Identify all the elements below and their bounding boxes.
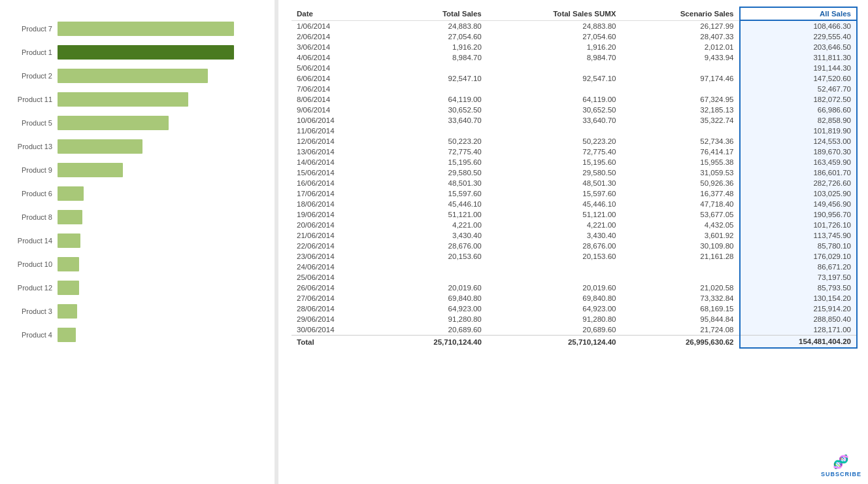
bar-row: Product 7 [10,18,268,39]
table-cell: 85,780.10 [740,241,857,251]
table-cell: 47,718.40 [621,199,739,209]
table-cell: 8,984.70 [380,52,487,63]
table-cell: 30/06/2014 [292,324,380,336]
table-cell: 21,161.28 [621,251,739,262]
footer-cell: 154,481,404.20 [740,336,857,349]
col-header-total-sales-sumx: Total Sales SUMX [487,7,622,20]
bar-label: Product 6 [10,190,58,198]
table-cell: 2/06/2014 [292,31,380,42]
table-cell: 18/06/2014 [292,199,380,209]
table-cell: 15,597.60 [487,188,622,199]
table-cell: 176,029.10 [740,251,857,262]
table-row: 1/06/201424,883.8024,883.8026,127.99108,… [292,20,857,31]
table-cell: 11/06/2014 [292,126,380,136]
bar-fill [58,69,208,83]
table-cell: 30,652.50 [380,105,487,115]
bar-fill [58,139,142,154]
bar-row: Product 5 [10,112,268,133]
bar-container [58,69,268,83]
table-cell: 53,677.05 [621,209,739,220]
table-cell: 4,221.00 [487,220,622,230]
table-cell: 9/06/2014 [292,105,380,115]
bar-container [58,139,268,154]
table-cell: 66,986.60 [740,105,857,115]
table-cell: 191,144.30 [740,63,857,73]
table-cell: 10/06/2014 [292,115,380,126]
table-cell: 163,459.90 [740,157,857,167]
table-cell: 85,793.50 [740,283,857,293]
bar-container [58,281,268,295]
table-row: 16/06/201448,501.3048,501.3050,926.36282… [292,178,857,188]
table-cell: 23/06/2014 [292,251,380,262]
table-row: 6/06/201492,547.1092,547.1097,174.46147,… [292,73,857,84]
bar-row: Product 11 [10,89,268,110]
bar-row: Product 8 [10,207,268,228]
bar-label: Product 5 [10,119,58,127]
table-cell: 7/06/2014 [292,84,380,94]
table-cell: 20,019.60 [380,283,487,293]
table-cell [380,126,487,136]
table-cell [621,272,739,283]
footer-cell: 25,710,124.40 [487,336,622,349]
table-cell: 64,119.00 [380,94,487,105]
bar-fill [58,92,188,107]
table-row: 29/06/201491,280.8091,280.8095,844.84288… [292,314,857,324]
table-cell: 91,280.80 [380,314,487,324]
table-cell [487,262,622,272]
table-cell: 1,916.20 [487,42,622,52]
table-cell [621,63,739,73]
table-cell: 215,914.20 [740,303,857,314]
bar-chart: Product 7Product 1Product 2Product 11Pro… [10,18,268,345]
table-panel: DateTotal SalesTotal Sales SUMXScenario … [278,0,868,484]
table-row: 2/06/201427,054.6027,054.6028,407.33229,… [292,31,857,42]
table-cell: 33,640.70 [380,115,487,126]
table-cell [621,84,739,94]
table-cell: 69,840.80 [487,293,622,303]
table-cell: 101,819.90 [740,126,857,136]
bar-label: Product 12 [10,284,58,292]
bar-fill [58,163,123,177]
table-row: 9/06/201430,652.5030,652.5032,185.1366,9… [292,105,857,115]
table-cell: 147,520.60 [740,73,857,84]
table-cell: 24/06/2014 [292,262,380,272]
table-cell [380,84,487,94]
bar-fill [58,233,80,248]
table-cell [621,262,739,272]
bar-fill [58,328,76,342]
table-cell: 20/06/2014 [292,220,380,230]
bar-row: Product 1 [10,42,268,63]
table-cell: 64,923.00 [487,303,622,314]
table-row: 26/06/201420,019.6020,019.6021,020.5885,… [292,283,857,293]
table-cell: 68,169.15 [621,303,739,314]
table-row: 5/06/2014191,144.30 [292,63,857,73]
table-cell: 35,322.74 [621,115,739,126]
table-cell: 92,547.10 [380,73,487,84]
bar-container [58,45,268,60]
table-cell: 45,446.10 [380,199,487,209]
table-cell: 182,072.50 [740,94,857,105]
bar-chart-panel: Product 7Product 1Product 2Product 11Pro… [0,0,275,484]
table-row: 17/06/201415,597.6015,597.6016,377.48103… [292,188,857,199]
bar-container [58,116,268,130]
footer-cell: 26,995,630.62 [621,336,739,349]
table-cell: 27,054.60 [487,31,622,42]
table-cell: 50,223.20 [487,136,622,147]
bar-fill [58,186,84,201]
bar-label: Product 7 [10,25,58,33]
table-cell: 103,025.90 [740,188,857,199]
table-cell: 282,726.60 [740,178,857,188]
table-cell: 21,020.58 [621,283,739,293]
bar-fill [58,22,234,36]
bar-container [58,233,268,248]
table-cell: 8/06/2014 [292,94,380,105]
table-cell: 76,414.17 [621,147,739,157]
table-cell: 311,811.30 [740,52,857,63]
table-cell: 51,121.00 [380,209,487,220]
table-cell: 67,324.95 [621,94,739,105]
table-cell: 73,332.84 [621,293,739,303]
table-cell [380,262,487,272]
table-cell: 19/06/2014 [292,209,380,220]
bar-fill [58,116,169,130]
table-row: 23/06/201420,153.6020,153.6021,161.28176… [292,251,857,262]
table-cell: 3,430.40 [380,230,487,241]
